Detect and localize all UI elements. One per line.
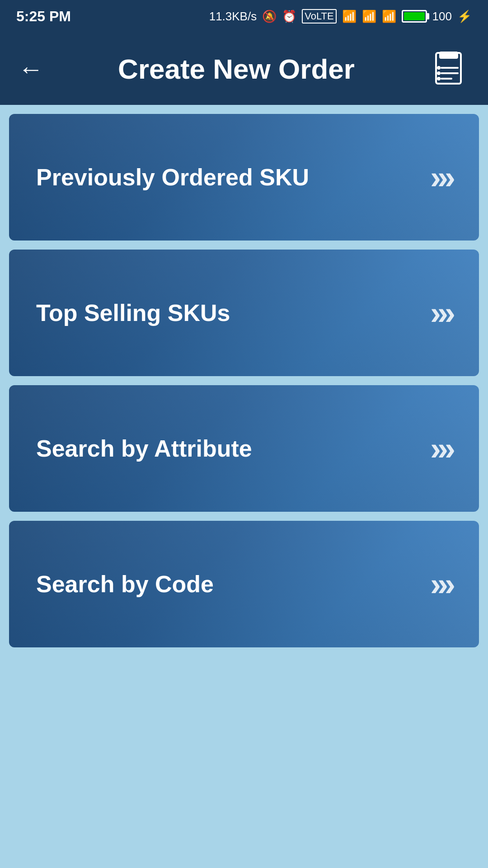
charging-icon: ⚡ [457, 9, 472, 24]
network-speed: 11.3KB/s [209, 9, 257, 24]
battery-icon [402, 10, 427, 23]
page-title: Create New Order [43, 53, 429, 85]
search-by-attribute-label: Search by Attribute [36, 435, 252, 462]
content-area: Previously Ordered SKU ››› Top Selling S… [0, 105, 488, 868]
header: ← Create New Order [0, 33, 488, 105]
back-button[interactable]: ← [18, 54, 43, 84]
wifi-icon: 📶 [382, 9, 396, 24]
svg-point-6 [437, 71, 441, 75]
search-by-attribute-card[interactable]: Search by Attribute ››› [9, 385, 479, 512]
mute-icon: 🔕 [262, 9, 277, 24]
volte-icon: VoLTE [302, 9, 336, 24]
chevron-triple-icon-4: ››› [430, 566, 452, 603]
search-by-code-card[interactable]: Search by Code ››› [9, 521, 479, 647]
chevron-triple-icon-3: ››› [430, 430, 452, 467]
previously-ordered-sku-label: Previously Ordered SKU [36, 164, 309, 191]
order-list-icon[interactable] [429, 48, 470, 89]
svg-point-7 [437, 77, 441, 80]
status-time: 5:25 PM [16, 8, 71, 25]
battery-level: 100 [432, 9, 452, 24]
svg-point-5 [437, 66, 441, 70]
alarm-icon: ⏰ [282, 9, 296, 24]
svg-rect-1 [440, 52, 458, 58]
previously-ordered-sku-card[interactable]: Previously Ordered SKU ››› [9, 114, 479, 241]
status-icons: 11.3KB/s 🔕 ⏰ VoLTE 📶 📶 📶 100 ⚡ [209, 9, 472, 24]
top-selling-skus-card[interactable]: Top Selling SKUs ››› [9, 250, 479, 376]
signal-icon-2: 📶 [362, 9, 376, 24]
search-by-code-label: Search by Code [36, 571, 214, 598]
top-selling-skus-label: Top Selling SKUs [36, 299, 230, 326]
status-bar: 5:25 PM 11.3KB/s 🔕 ⏰ VoLTE 📶 📶 📶 100 ⚡ [0, 0, 488, 33]
signal-icon-1: 📶 [342, 9, 357, 24]
chevron-triple-icon-1: ››› [430, 159, 452, 196]
chevron-triple-icon-2: ››› [430, 294, 452, 331]
